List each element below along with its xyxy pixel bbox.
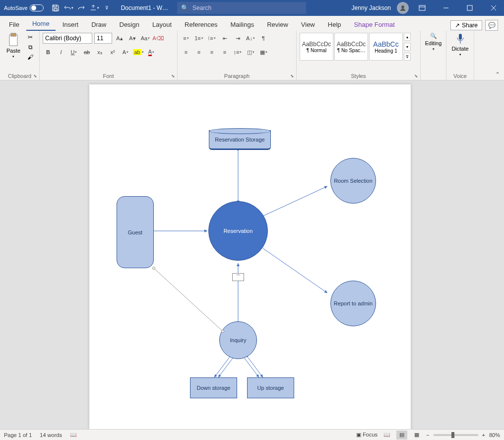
italic-icon[interactable]: I	[56, 47, 66, 58]
layout-options-icon[interactable]: ⌒	[232, 273, 244, 281]
style-scroll-up-icon[interactable]: ▴	[404, 33, 411, 41]
web-layout-icon[interactable]: ▦	[411, 431, 422, 440]
shading-icon[interactable]: ◫	[245, 47, 256, 58]
style-nospacing[interactable]: AaBbCcDc ¶ No Spac…	[334, 33, 368, 61]
style-scroll-down-icon[interactable]: ▾	[404, 43, 411, 51]
document-title: Document1 - W…	[121, 4, 168, 11]
tab-draw[interactable]: Draw	[85, 18, 112, 31]
shape-reservation-storage[interactable]: Reservation Storage	[209, 130, 271, 150]
maximize-icon[interactable]	[459, 0, 480, 16]
align-left-icon[interactable]: ≡	[181, 47, 191, 58]
justify-icon[interactable]: ≡	[219, 47, 230, 58]
style-heading1[interactable]: AaBbCc Heading 1	[369, 33, 403, 61]
font-launcher-icon[interactable]: ⬊	[171, 73, 175, 78]
shape-guest[interactable]: Guest	[117, 196, 154, 268]
tab-design[interactable]: Design	[114, 18, 145, 31]
strike-icon[interactable]: ab	[81, 47, 92, 58]
shape-report-admin[interactable]: Report to admin	[330, 281, 376, 326]
user-name: Jenny Jackson	[352, 4, 391, 11]
style-more-icon[interactable]: ⊽	[404, 53, 411, 61]
save-icon[interactable]	[51, 3, 61, 13]
change-case-icon[interactable]: Aa	[140, 33, 151, 44]
document-canvas[interactable]: Reservation Storage Guest Reservation Ro…	[0, 80, 504, 429]
tab-insert[interactable]: Insert	[57, 18, 85, 31]
superscript-icon[interactable]: x²	[107, 47, 118, 58]
minimize-icon[interactable]	[436, 0, 456, 16]
tab-home[interactable]: Home	[26, 17, 56, 31]
borders-icon[interactable]: ▦	[258, 47, 269, 58]
style-normal[interactable]: AaBbCcDc ¶ Normal	[300, 33, 333, 61]
clear-format-icon[interactable]: A⌫	[153, 33, 164, 44]
collapse-ribbon-icon[interactable]: ⌃	[491, 31, 504, 80]
comments-button[interactable]: 💬	[485, 20, 498, 31]
tab-help[interactable]: Help	[322, 18, 347, 31]
align-right-icon[interactable]: ≡	[206, 47, 217, 58]
editing-button[interactable]: 🔍 Editing ▾	[424, 33, 443, 51]
dec-indent-icon[interactable]: ⇤	[219, 33, 230, 44]
tab-layout[interactable]: Layout	[146, 18, 178, 31]
numbering-icon[interactable]: 1≡	[193, 33, 204, 44]
dictate-button[interactable]: Dictate ▾	[450, 33, 471, 57]
shape-inquiry[interactable]: Inquiry	[219, 321, 257, 359]
shrink-font-icon[interactable]: A▾	[127, 33, 138, 44]
paragraph-launcher-icon[interactable]: ⬊	[290, 73, 294, 78]
paste-button[interactable]: Paste ▾	[3, 33, 24, 59]
status-page[interactable]: Page 1 of 1	[4, 432, 32, 438]
shape-room-selection[interactable]: Room Selection	[330, 158, 376, 204]
zoom-level[interactable]: 80%	[489, 432, 500, 438]
format-painter-icon[interactable]: 🖌	[26, 53, 35, 62]
underline-icon[interactable]: U	[68, 47, 79, 58]
tab-mailings[interactable]: Mailings	[225, 18, 260, 31]
find-icon: 🔍	[430, 33, 437, 39]
bullets-icon[interactable]: ≡	[181, 33, 191, 44]
focus-button[interactable]: ▣ Focus	[356, 432, 378, 438]
share-button[interactable]: ↗Share	[450, 20, 482, 30]
zoom-in-icon[interactable]: +	[482, 432, 485, 438]
tab-file[interactable]: File	[3, 18, 25, 31]
line-spacing-icon[interactable]: ↕≡	[232, 47, 243, 58]
qat-more-icon[interactable]: ⊽	[102, 3, 112, 13]
zoom-slider[interactable]	[434, 434, 478, 436]
search-box[interactable]: 🔍 Search	[177, 2, 306, 14]
close-icon[interactable]	[483, 0, 504, 16]
shape-reservation[interactable]: Reservation	[208, 201, 268, 261]
clipboard-launcher-icon[interactable]: ⬊	[33, 73, 37, 78]
zoom-out-icon[interactable]: −	[426, 432, 429, 438]
tab-shape-format[interactable]: Shape Format	[348, 18, 401, 31]
styles-launcher-icon[interactable]: ⬊	[414, 73, 418, 78]
shape-down-storage[interactable]: Down storage	[190, 377, 237, 398]
text-effects-icon[interactable]: A	[120, 47, 131, 58]
bold-icon[interactable]: B	[43, 47, 54, 58]
tab-review[interactable]: Review	[261, 18, 294, 31]
font-size-input[interactable]	[94, 33, 112, 44]
read-mode-icon[interactable]: 📖	[381, 431, 392, 440]
touchmode-icon[interactable]: ▾	[89, 3, 99, 13]
multilevel-icon[interactable]: ⁝≡	[206, 33, 217, 44]
sort-icon[interactable]: A↓	[245, 33, 256, 44]
selection-handle[interactable]	[221, 330, 224, 333]
font-color-icon[interactable]: A	[146, 47, 157, 58]
cut-icon[interactable]: ✂	[26, 33, 35, 42]
copy-icon[interactable]: ⧉	[26, 43, 35, 52]
shape-up-storage[interactable]: Up storage	[247, 377, 294, 398]
redo-icon[interactable]	[76, 3, 86, 13]
inc-indent-icon[interactable]: ⇥	[232, 33, 243, 44]
svg-line-11	[154, 268, 223, 331]
mic-icon	[456, 33, 465, 45]
selection-handle[interactable]	[152, 267, 155, 270]
avatar[interactable]	[397, 2, 409, 14]
tab-view[interactable]: View	[295, 18, 321, 31]
status-words[interactable]: 14 words	[40, 432, 62, 438]
font-name-input[interactable]	[43, 33, 92, 44]
spellcheck-icon[interactable]: 📖	[70, 432, 77, 438]
autosave-toggle[interactable]: AutoSave	[4, 4, 44, 11]
tab-references[interactable]: References	[179, 18, 223, 31]
align-center-icon[interactable]: ≡	[193, 47, 204, 58]
highlight-icon[interactable]: ab	[133, 47, 144, 58]
grow-font-icon[interactable]: A▴	[114, 33, 125, 44]
ribbon-display-icon[interactable]	[412, 0, 433, 16]
undo-icon[interactable]: ▾	[63, 3, 73, 13]
print-layout-icon[interactable]: ▤	[396, 431, 407, 440]
subscript-icon[interactable]: x₂	[94, 47, 105, 58]
showmarks-icon[interactable]: ¶	[258, 33, 269, 44]
